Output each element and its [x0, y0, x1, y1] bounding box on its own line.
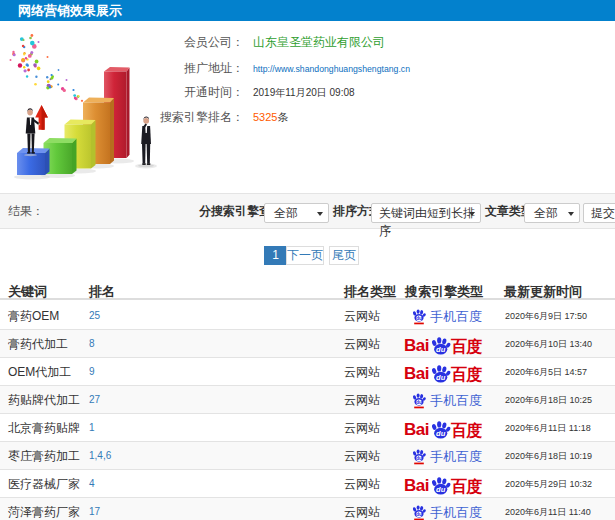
svg-text:du: du	[436, 429, 446, 438]
svg-text:du: du	[416, 511, 422, 517]
svg-text:du: du	[416, 399, 422, 405]
svg-text:du: du	[436, 485, 446, 494]
svg-text:du: du	[416, 315, 422, 321]
svg-text:du: du	[416, 455, 422, 461]
svg-text:du: du	[436, 373, 446, 382]
svg-text:du: du	[436, 345, 446, 354]
